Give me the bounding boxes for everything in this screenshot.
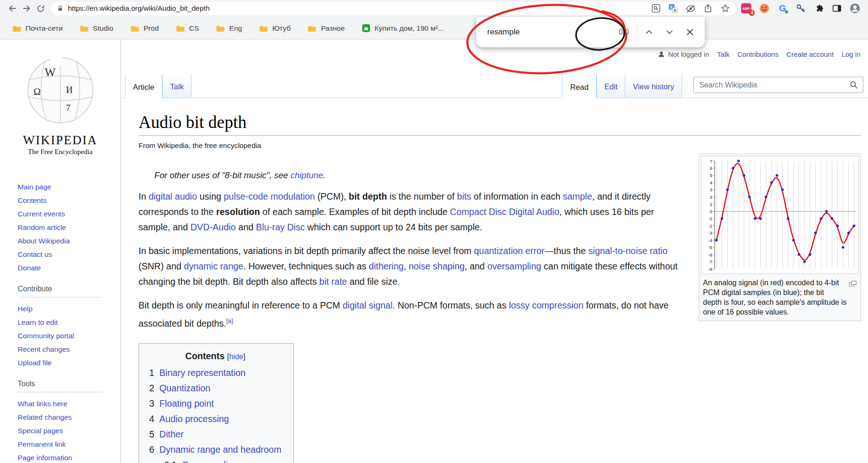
article-link[interactable]: lossy compression [509, 300, 583, 310]
folder-icon [12, 25, 21, 32]
article-link[interactable]: Blu-ray Disc [256, 222, 305, 232]
toc-item[interactable]: 1Binary representation [149, 365, 281, 381]
wikipedia-wordmark[interactable]: WIKIPEDIA [0, 133, 120, 148]
article-link[interactable]: dithering [369, 261, 404, 271]
close-icon [685, 27, 695, 37]
article-link[interactable]: oversampling [487, 261, 541, 271]
find-previous-button[interactable] [639, 22, 659, 42]
toc-item[interactable]: 6.1Oversampling [149, 457, 281, 463]
toc-item[interactable]: 5Dither [149, 427, 281, 442]
article-link[interactable]: dynamic range [184, 261, 244, 271]
article-link[interactable]: bit rate [319, 276, 347, 287]
toc-link[interactable]: Floating point [159, 398, 214, 409]
sidebar-item-related-changes[interactable]: Related changes [18, 410, 120, 424]
svg-text:-1: -1 [709, 216, 712, 221]
personal-link-contributions[interactable]: Contributions [737, 50, 778, 58]
tab-edit[interactable]: Edit [596, 74, 625, 98]
article-link[interactable]: pulse-code modulation [224, 191, 315, 201]
eye-hidden-icon[interactable] [685, 3, 696, 14]
forward-button[interactable] [20, 1, 33, 15]
bookmark-folder[interactable]: CS [176, 24, 199, 33]
sidebar-item-what-links-here[interactable]: What links here [18, 397, 120, 410]
tab-article[interactable]: Article [125, 75, 162, 98]
toc-item[interactable]: 6Dynamic range and headroom [149, 442, 281, 457]
article-link[interactable]: chiptune [291, 170, 323, 180]
toc-link[interactable]: Dither [159, 429, 184, 439]
reload-button[interactable] [33, 1, 47, 15]
key-extension-icon[interactable] [795, 3, 806, 14]
tab-talk[interactable]: Talk [162, 74, 192, 98]
back-button[interactable] [6, 1, 20, 15]
address-bar[interactable]: https://en.wikipedia.org/wiki/Audio_bit_… [51, 2, 736, 15]
toc-item[interactable]: 3Floating point [149, 396, 281, 411]
sidebar-item-contents[interactable]: Contents [18, 194, 120, 207]
translate-icon[interactable] [668, 3, 678, 13]
sidebar-item-recent-changes[interactable]: Recent changes [18, 342, 120, 356]
sidebar-item-main-page[interactable]: Main page [18, 180, 120, 194]
article-figure-thumbnail[interactable]: 76543210-1-2-3-4-5-6-7-8 An analog signa… [699, 154, 861, 321]
toc-link[interactable]: Audio processing [159, 414, 229, 424]
sidebar-item-community-portal[interactable]: Community portal [18, 329, 120, 342]
bookmark-folder[interactable]: Почта-сети [12, 24, 63, 33]
personal-link-create-account[interactable]: Create account [786, 50, 834, 58]
share-icon[interactable] [703, 3, 713, 13]
sidebar-item-donate[interactable]: Donate [18, 261, 120, 275]
toc-item[interactable]: 2Quantization [149, 381, 281, 396]
enlarge-icon[interactable] [849, 279, 857, 289]
wiki-search-input[interactable] [693, 77, 863, 93]
sidebar-item-special-pages[interactable]: Special pages [18, 424, 120, 437]
article-link[interactable]: DVD-Audio [191, 222, 236, 232]
bookmark-star-icon[interactable] [720, 3, 730, 13]
sidebar-item-learn-to-edit[interactable]: Learn to edit [18, 315, 120, 329]
article-link[interactable]: signal-to-noise ratio [589, 246, 668, 256]
sidebar-item-help[interactable]: Help [18, 302, 120, 315]
toc-item[interactable]: 4Audio processing [149, 411, 281, 427]
toc-hide-toggle[interactable]: [hide] [227, 353, 245, 361]
bookmark-folder[interactable]: Eng [216, 24, 242, 33]
toc-link[interactable]: Quantization [159, 383, 211, 393]
extensions-puzzle-button[interactable] [813, 3, 824, 14]
sidebar-item-page-information[interactable]: Page information [18, 451, 120, 463]
toc-link[interactable]: Oversampling [182, 460, 238, 463]
sidebar-item-random-article[interactable]: Random article [18, 221, 120, 234]
article-link[interactable]: digital audio [149, 191, 197, 201]
personal-link-log-in[interactable]: Log in [841, 50, 861, 58]
wikipedia-globe-logo[interactable]: W Ω И 7 [20, 49, 100, 129]
find-input[interactable] [487, 27, 615, 37]
chevron-up-icon [643, 27, 655, 38]
side-panel-button[interactable] [831, 3, 842, 14]
bookmark-folder[interactable]: Prod [130, 24, 159, 33]
reference-link[interactable]: [a] [226, 317, 233, 324]
find-next-button[interactable] [659, 22, 680, 42]
sidebar-item-about-wikipedia[interactable]: About Wikipedia [18, 234, 120, 248]
tab-view-history[interactable]: View history [625, 74, 682, 98]
find-close-button[interactable] [680, 22, 700, 42]
article-link[interactable]: digital signal [343, 300, 392, 310]
tab-read[interactable]: Read [562, 75, 596, 98]
profile-avatar[interactable] [849, 3, 861, 14]
article-link[interactable]: sample [563, 191, 592, 201]
article-link[interactable]: bits [457, 191, 471, 201]
face-extension-icon[interactable] [759, 3, 770, 14]
bookmark-folder[interactable]: Разное [307, 24, 345, 33]
personal-link-talk[interactable]: Talk [717, 50, 729, 58]
google-extension-icon[interactable]: G [777, 3, 788, 14]
toc-link[interactable]: Binary representation [159, 368, 245, 378]
search-icon[interactable] [849, 80, 859, 92]
lens-search-icon[interactable] [651, 3, 661, 13]
article-link[interactable]: quantization error [474, 246, 544, 256]
adblock-extension-icon[interactable]: ABP 4 [741, 3, 752, 14]
article-link[interactable]: Compact Disc Digital Audio [450, 207, 559, 217]
article-link[interactable]: noise shaping [409, 261, 464, 271]
wikipedia-tagline: The Free Encyclopedia [0, 148, 120, 156]
sidebar-item-current-events[interactable]: Current events [18, 207, 120, 221]
bookmark-folder[interactable]: Ютуб [259, 24, 291, 33]
toc-link[interactable]: Dynamic range and headroom [159, 444, 281, 455]
sidebar-nav-group: Main page Contents Current events Random… [18, 180, 120, 275]
bookmark-folder[interactable]: Studio [80, 24, 113, 33]
bookmark-site[interactable]: Купить дом, 190 м²... [362, 24, 444, 33]
sidebar-item-upload-file[interactable]: Upload file [18, 356, 120, 369]
sidebar-item-permanent-link[interactable]: Permanent link [18, 437, 120, 451]
sidebar-item-contact-us[interactable]: Contact us [18, 248, 120, 261]
key-icon [795, 3, 806, 13]
